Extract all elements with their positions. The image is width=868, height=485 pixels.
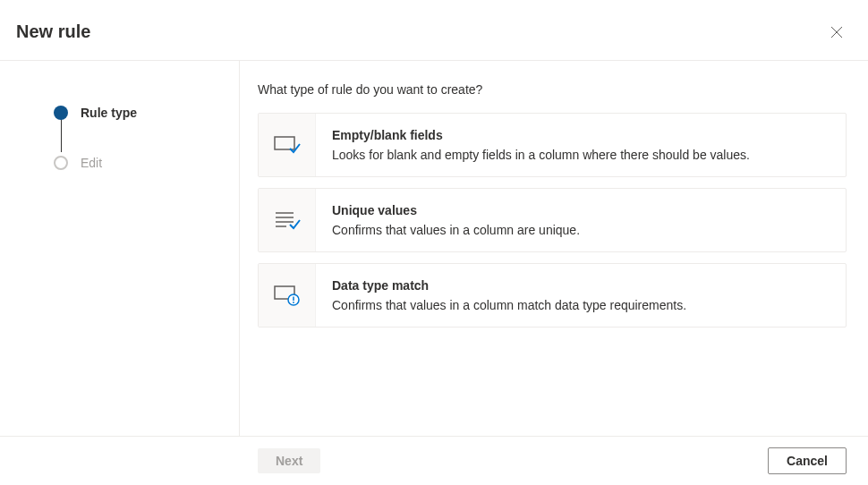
svg-rect-2: [275, 137, 294, 149]
dialog-title: New rule: [16, 21, 90, 42]
cancel-button[interactable]: Cancel: [768, 447, 847, 474]
option-title: Data type match: [332, 278, 686, 293]
option-description: Confirms that values in a column are uni…: [332, 223, 580, 237]
option-unique-values[interactable]: Unique values Confirms that values in a …: [258, 188, 847, 252]
rectangle-alert-icon: [259, 264, 316, 327]
dialog-body: Rule type Edit What type of rule do you …: [0, 61, 868, 436]
option-text: Empty/blank fields Looks for blank and e…: [316, 114, 766, 176]
option-title: Empty/blank fields: [332, 128, 750, 142]
dialog-footer: Next Cancel: [0, 436, 868, 485]
option-data-type-match[interactable]: Data type match Confirms that values in …: [258, 263, 847, 328]
close-button[interactable]: [827, 22, 847, 42]
option-empty-blank-fields[interactable]: Empty/blank fields Looks for blank and e…: [258, 113, 847, 177]
step-label: Edit: [81, 156, 102, 170]
next-button[interactable]: Next: [258, 448, 320, 473]
main-content: What type of rule do you want to create?…: [240, 61, 868, 436]
option-title: Unique values: [332, 203, 580, 217]
option-description: Confirms that values in a column match d…: [332, 298, 686, 312]
dialog-header: New rule: [0, 0, 868, 61]
rectangle-check-icon: [259, 114, 316, 176]
step-connector: [61, 118, 62, 152]
step-rule-type[interactable]: Rule type: [54, 102, 239, 123]
svg-point-10: [293, 302, 294, 303]
option-text: Unique values Confirms that values in a …: [316, 189, 596, 251]
rule-type-question: What type of rule do you want to create?: [258, 82, 847, 97]
close-icon: [830, 26, 843, 38]
option-text: Data type match Confirms that values in …: [316, 264, 702, 327]
step-sidebar: Rule type Edit: [0, 61, 240, 436]
option-description: Looks for blank and empty fields in a co…: [332, 148, 750, 162]
step-indicator-active-icon: [54, 106, 68, 120]
step-indicator-inactive-icon: [54, 156, 68, 170]
step-edit[interactable]: Edit: [54, 152, 239, 174]
list-check-icon: [259, 189, 316, 251]
step-label: Rule type: [81, 106, 137, 120]
